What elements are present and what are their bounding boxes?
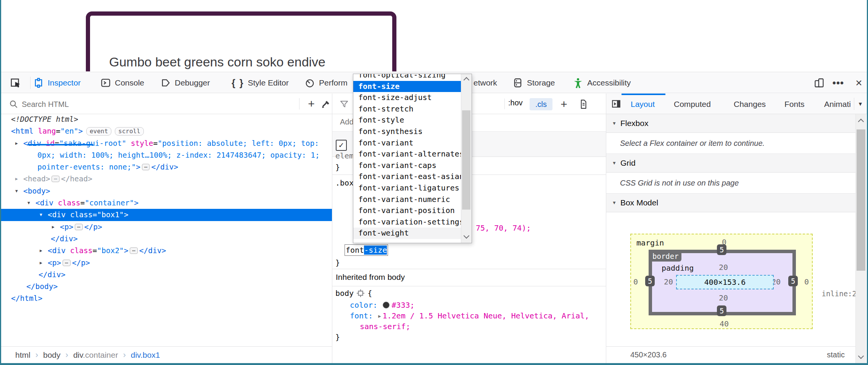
autocomplete-item[interactable]: font-variant-caps bbox=[353, 160, 461, 171]
autocomplete-item[interactable]: font-style bbox=[353, 115, 461, 126]
body-rule-selector[interactable]: body{ bbox=[335, 289, 372, 298]
inline-text-ellipsis[interactable]: ⋯ bbox=[63, 260, 70, 266]
autocomplete-item[interactable]: font-variant bbox=[353, 137, 461, 149]
event-badge[interactable]: event bbox=[86, 127, 111, 136]
markup-tree-row[interactable]: ▼<div class="box1"> bbox=[1, 209, 332, 221]
responsive-design-mode-button[interactable] bbox=[812, 77, 826, 89]
tab-computed[interactable]: Computed bbox=[674, 94, 711, 115]
tab-console[interactable]: Console bbox=[100, 72, 144, 94]
meatball-menu-button[interactable]: ••• bbox=[830, 77, 847, 89]
twisty-down-icon[interactable]: ▼ bbox=[15, 185, 18, 197]
body-rule-source[interactable]: inline:2 bbox=[821, 289, 857, 298]
scroll-down-icon[interactable] bbox=[858, 353, 864, 359]
eyedropper-button[interactable] bbox=[319, 98, 332, 110]
all-tabs-menu-button[interactable]: ▼ bbox=[854, 98, 866, 110]
border-bottom-value[interactable]: 5 bbox=[717, 305, 726, 316]
flexbox-section-header[interactable]: ▼ Flexbox bbox=[606, 114, 855, 133]
expand-shorthand-icon[interactable]: ▶ bbox=[378, 313, 381, 319]
tab-debugger[interactable]: Debugger bbox=[160, 72, 210, 94]
twisty-down-icon[interactable]: ▼ bbox=[40, 209, 42, 221]
markup-tree-row[interactable]: </html> bbox=[1, 292, 332, 304]
padding-top-value[interactable]: 20 bbox=[719, 263, 728, 272]
inline-text-ellipsis[interactable]: ⋯ bbox=[75, 224, 82, 230]
tab-layout[interactable]: Layout bbox=[631, 94, 655, 115]
breadcrumb-item[interactable]: html bbox=[15, 350, 31, 359]
twisty-right-icon[interactable]: ▶ bbox=[40, 257, 42, 269]
autocomplete-item[interactable]: font-variation-settings bbox=[353, 216, 461, 228]
inline-text-ellipsis[interactable]: ⋯ bbox=[52, 176, 59, 182]
grid-section-header[interactable]: ▼ Grid bbox=[606, 154, 855, 173]
box-model-content-box[interactable]: 400×153.6 bbox=[676, 275, 774, 289]
search-html-input[interactable] bbox=[21, 98, 236, 110]
border-top-value[interactable]: 5 bbox=[717, 244, 726, 255]
tab-performance[interactable]: Perform bbox=[304, 72, 348, 94]
border-right-value[interactable]: 5 bbox=[788, 276, 798, 286]
add-node-button[interactable]: + bbox=[305, 97, 318, 111]
color-swatch[interactable] bbox=[383, 302, 390, 308]
markup-tree-row[interactable]: pointer-events: none;">⋯</div> bbox=[1, 161, 332, 173]
breadcrumb-item[interactable]: body bbox=[43, 350, 61, 359]
padding-left-value[interactable]: 20 bbox=[664, 277, 673, 286]
tab-style-editor[interactable]: { } Style Editor bbox=[232, 72, 289, 94]
autocomplete-item[interactable]: font-stretch bbox=[353, 103, 461, 115]
inline-text-ellipsis[interactable]: ⋯ bbox=[130, 247, 137, 254]
inline-text-ellipsis[interactable]: ⋯ bbox=[142, 164, 150, 170]
markup-tree-row[interactable]: ▶<div id="saka-gui-root" style="position… bbox=[1, 137, 332, 149]
print-media-simulation-button[interactable] bbox=[577, 98, 590, 110]
scroll-up-icon[interactable] bbox=[464, 77, 470, 83]
markup-tree-row[interactable]: ▶<head>⋯</head> bbox=[1, 173, 332, 185]
breadcrumb-item[interactable]: div.container bbox=[73, 350, 118, 359]
toggle-classes-button[interactable]: .cls bbox=[530, 98, 552, 110]
markup-tree-row[interactable]: </div> bbox=[1, 233, 332, 245]
autocomplete-item[interactable]: font-size-adjust bbox=[353, 92, 461, 103]
twisty-right-icon[interactable]: ▶ bbox=[52, 221, 55, 233]
expand-sidebar-button[interactable] bbox=[609, 98, 623, 110]
autocomplete-item[interactable]: font-variant-east-asian bbox=[353, 171, 461, 182]
autocomplete-scrollbar[interactable] bbox=[461, 74, 472, 243]
class-box1-checkbox[interactable]: ✓ bbox=[336, 140, 347, 151]
autocomplete-item[interactable]: font-variant-ligatures bbox=[353, 182, 461, 194]
body-color-property[interactable]: color: #333; bbox=[350, 300, 415, 310]
markup-tree-row[interactable]: </body> bbox=[1, 281, 332, 292]
add-rule-button[interactable]: + bbox=[557, 97, 571, 112]
scrollbar-thumb[interactable] bbox=[462, 110, 470, 210]
twisty-down-icon[interactable]: ▼ bbox=[27, 197, 30, 209]
autocomplete-item[interactable]: font-synthesis bbox=[353, 126, 461, 137]
event-badge[interactable]: scroll bbox=[115, 127, 144, 136]
scroll-up-icon[interactable] bbox=[858, 119, 864, 125]
body-font-property[interactable]: font: ▶1.2em / 1.5 Helvetica Neue, Helve… bbox=[350, 311, 589, 320]
pick-element-button[interactable] bbox=[6, 76, 25, 90]
flex-highlight-target-icon[interactable] bbox=[357, 289, 364, 297]
tab-network-partial[interactable]: etwork bbox=[473, 72, 497, 94]
markup-tree-row[interactable]: </div> bbox=[1, 269, 332, 281]
close-devtools-button[interactable]: × bbox=[852, 76, 866, 90]
autocomplete-item[interactable]: font-variant-position bbox=[353, 205, 461, 216]
autocomplete-item[interactable]: font-variant-numeric bbox=[353, 194, 461, 205]
scroll-down-icon[interactable] bbox=[464, 233, 470, 239]
tab-storage[interactable]: Storage bbox=[512, 72, 555, 94]
tab-animations-partial[interactable]: Animati bbox=[824, 94, 851, 115]
toggle-pseudo-classes-button[interactable]: :hov bbox=[508, 99, 523, 107]
tab-inspector[interactable]: Inspector bbox=[33, 72, 81, 94]
autocomplete-item[interactable]: font-optical-sizing bbox=[353, 74, 461, 81]
padding-bottom-value[interactable]: 20 bbox=[719, 293, 728, 302]
box-model-section-header[interactable]: ▼ Box Model bbox=[606, 194, 855, 212]
tab-fonts[interactable]: Fonts bbox=[784, 94, 805, 115]
margin-left-value[interactable]: 0 bbox=[633, 277, 638, 286]
box1-property-value-fragment[interactable]: 75, 70, 74); bbox=[476, 223, 531, 233]
autocomplete-item[interactable]: font-size bbox=[353, 81, 461, 92]
markup-tree-row[interactable]: ▶<p>⋯</p> bbox=[1, 221, 332, 233]
markup-tree-row[interactable]: ▼<body> bbox=[1, 185, 332, 197]
markup-tree-row[interactable]: ▼<div class="container"> bbox=[1, 197, 332, 209]
autocomplete-item[interactable]: font-weight bbox=[353, 228, 461, 239]
autocomplete-item[interactable]: font-variant-alternates bbox=[353, 149, 461, 160]
margin-bottom-value[interactable]: 40 bbox=[720, 319, 729, 328]
scrollbar-thumb[interactable] bbox=[857, 129, 865, 271]
margin-right-value[interactable]: 0 bbox=[804, 277, 809, 286]
markup-tree-row[interactable]: ▶<p>⋯</p> bbox=[1, 257, 332, 269]
twisty-right-icon[interactable]: ▶ bbox=[15, 137, 18, 149]
border-left-value[interactable]: 5 bbox=[645, 276, 655, 286]
twisty-right-icon[interactable]: ▶ bbox=[15, 173, 18, 185]
markup-tree-row[interactable]: 0px; width: 100%; height…100%; z-index: … bbox=[1, 149, 332, 161]
markup-tree-row[interactable]: <html lang="en">eventscroll bbox=[1, 125, 332, 137]
